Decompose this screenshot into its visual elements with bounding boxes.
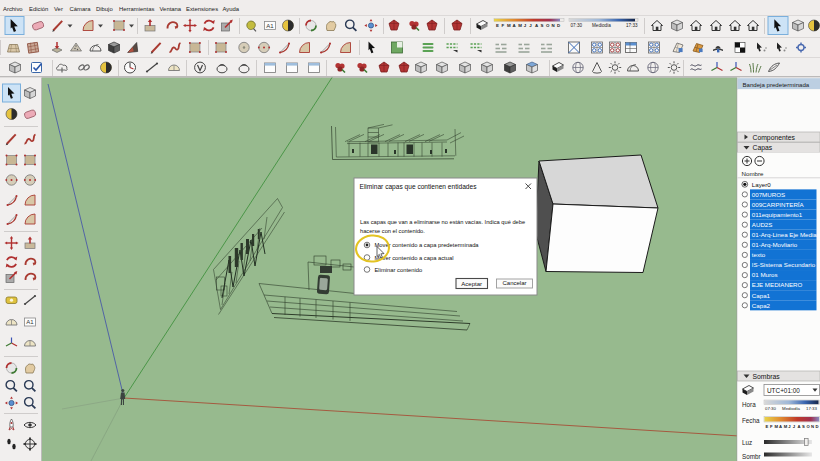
svg-text:Las capas que van a eliminarse: Las capas que van a eliminarse no están … xyxy=(360,219,525,225)
svg-text:Eliminar capas que contienen e: Eliminar capas que contienen entidades xyxy=(360,183,478,191)
svg-text:01-Arq-Linea Eje Mediano: 01-Arq-Linea Eje Mediano xyxy=(752,231,820,238)
svg-text:S: S xyxy=(802,424,805,429)
svg-text:011equipamiento1: 011equipamiento1 xyxy=(752,211,803,218)
svg-text:17:33: 17:33 xyxy=(626,23,638,28)
svg-text:Layer0: Layer0 xyxy=(752,181,771,188)
svg-text:D: D xyxy=(816,424,819,429)
svg-text:Ver: Ver xyxy=(54,6,63,12)
svg-text:E: E xyxy=(496,23,499,28)
svg-text:hacerse con el contenido.: hacerse con el contenido. xyxy=(360,228,425,234)
svg-text:17:33: 17:33 xyxy=(806,406,818,411)
svg-text:F: F xyxy=(770,424,773,429)
svg-text:Mediodía: Mediodía xyxy=(592,23,611,28)
svg-text:Eliminar contenido: Eliminar contenido xyxy=(375,267,423,273)
svg-text:IS-Sistema Secundario: IS-Sistema Secundario xyxy=(752,261,816,268)
svg-text:M: M xyxy=(518,23,522,28)
svg-text:Archivo: Archivo xyxy=(3,6,23,12)
svg-text:Hora: Hora xyxy=(742,401,756,408)
svg-text:009CARPINTERÍA: 009CARPINTERÍA xyxy=(752,201,805,208)
svg-text:E: E xyxy=(766,424,769,429)
svg-text:S: S xyxy=(540,23,543,28)
svg-text:01-Arq-Movliario: 01-Arq-Movliario xyxy=(752,241,798,248)
svg-text:Ventana: Ventana xyxy=(160,6,182,12)
svg-text:M: M xyxy=(775,424,779,429)
svg-text:Fecha: Fecha xyxy=(742,417,760,424)
svg-text:M: M xyxy=(507,23,511,28)
svg-text:N: N xyxy=(811,424,814,429)
svg-text:texto: texto xyxy=(752,251,766,258)
svg-text:Capa1: Capa1 xyxy=(752,292,771,299)
svg-text:EJE MEDIANERO: EJE MEDIANERO xyxy=(752,281,803,288)
svg-text:Edición: Edición xyxy=(29,6,48,12)
svg-text:O: O xyxy=(546,23,550,28)
svg-text:Capa2: Capa2 xyxy=(752,302,771,309)
svg-text:UTC+01:00: UTC+01:00 xyxy=(767,387,800,394)
svg-text:Dibujo: Dibujo xyxy=(96,6,113,12)
svg-text:Extensiones: Extensiones xyxy=(186,6,218,12)
svg-text:Sombr: Sombr xyxy=(742,453,761,460)
svg-text:A: A xyxy=(779,424,782,429)
svg-text:Mediodía: Mediodía xyxy=(782,406,801,411)
svg-text:Cámara: Cámara xyxy=(70,6,92,12)
svg-text:Capas: Capas xyxy=(753,144,773,152)
svg-text:Sombras: Sombras xyxy=(753,373,781,380)
svg-text:A: A xyxy=(797,424,800,429)
svg-text:Nombre: Nombre xyxy=(742,170,765,177)
svg-text:07:30: 07:30 xyxy=(765,406,777,411)
svg-text:007MUROS: 007MUROS xyxy=(752,191,785,198)
svg-text:Aceptar: Aceptar xyxy=(461,281,482,287)
svg-text:D: D xyxy=(557,23,560,28)
svg-text:N: N xyxy=(552,23,555,28)
svg-text:01 Muros: 01 Muros xyxy=(752,271,778,278)
svg-text:Componentes: Componentes xyxy=(753,134,796,142)
svg-text:Bandeja predeterminada: Bandeja predeterminada xyxy=(743,81,810,88)
svg-text:M: M xyxy=(784,424,788,429)
svg-text:Cancelar: Cancelar xyxy=(502,280,526,286)
svg-text:Herramientas: Herramientas xyxy=(119,6,154,12)
svg-text:AUD2S: AUD2S xyxy=(752,221,773,228)
svg-text:Mover contenido a capa predete: Mover contenido a capa predeterminada xyxy=(375,242,480,248)
svg-text:Luz: Luz xyxy=(742,439,752,446)
svg-text:F: F xyxy=(502,23,505,28)
svg-text:07:30: 07:30 xyxy=(571,23,583,28)
svg-text:Ayuda: Ayuda xyxy=(223,6,240,12)
